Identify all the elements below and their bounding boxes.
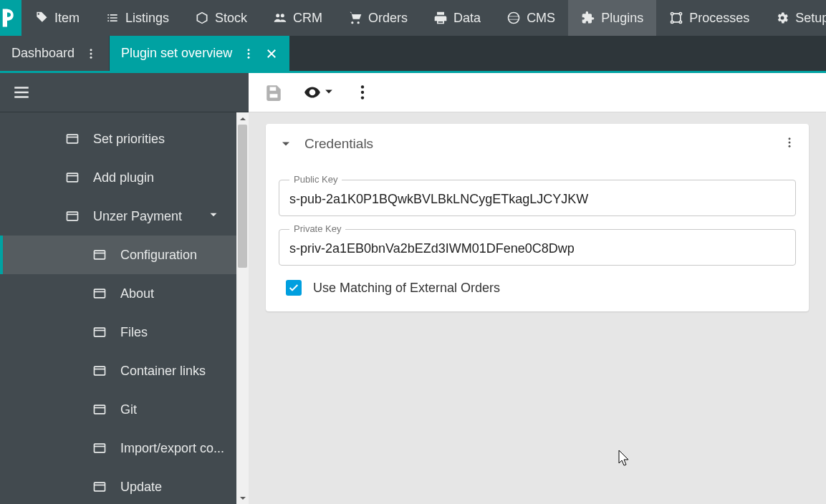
sidebar-label: Unzer Payment bbox=[93, 209, 182, 224]
nav-processes[interactable]: Processes bbox=[656, 0, 762, 36]
content-area: Credentials Public Key Private Key bbox=[249, 73, 826, 504]
nav-orders[interactable]: Orders bbox=[335, 0, 421, 36]
nav-data[interactable]: Data bbox=[421, 0, 494, 36]
svg-point-28 bbox=[361, 96, 364, 99]
tab-plugin-overview[interactable]: Plugin set overview bbox=[110, 36, 290, 71]
card-more-icon[interactable] bbox=[783, 136, 796, 152]
tab-label: Dashboard bbox=[11, 46, 75, 61]
nav-plugins[interactable]: Plugins bbox=[568, 0, 656, 36]
globe-icon bbox=[506, 11, 521, 25]
sidebar-about[interactable]: About bbox=[0, 274, 249, 313]
svg-rect-20 bbox=[95, 405, 105, 414]
private-key-field: Private Key bbox=[279, 229, 796, 266]
more-vertical-icon[interactable] bbox=[85, 47, 97, 60]
svg-rect-14 bbox=[95, 289, 105, 298]
svg-point-0 bbox=[90, 49, 92, 51]
svg-point-26 bbox=[361, 85, 364, 88]
nav-label: Listings bbox=[125, 11, 169, 26]
nav-crm[interactable]: CRM bbox=[260, 0, 335, 36]
sidebar-container-links[interactable]: Container links bbox=[0, 352, 249, 390]
nav-item[interactable]: Item bbox=[21, 0, 92, 36]
svg-point-27 bbox=[361, 91, 364, 94]
sidebar-configuration[interactable]: Configuration bbox=[0, 236, 249, 274]
svg-rect-18 bbox=[95, 367, 105, 375]
panel-icon bbox=[92, 324, 107, 340]
scrollbar-thumb[interactable] bbox=[238, 125, 247, 268]
close-icon[interactable] bbox=[265, 47, 278, 60]
sidebar-label: Configuration bbox=[120, 248, 197, 263]
svg-rect-10 bbox=[67, 212, 78, 220]
svg-point-31 bbox=[789, 145, 791, 147]
tab-bar: Dashboard Plugin set overview bbox=[0, 36, 826, 73]
panel-icon bbox=[64, 208, 80, 224]
visibility-dropdown[interactable] bbox=[303, 83, 333, 102]
field-label: Public Key bbox=[289, 174, 342, 185]
sidebar-import-export[interactable]: Import/export co... bbox=[0, 429, 249, 467]
svg-rect-16 bbox=[95, 328, 105, 336]
nav-label: CRM bbox=[293, 11, 322, 26]
svg-point-5 bbox=[248, 56, 250, 58]
checkbox-label: Use Matching of External Orders bbox=[313, 281, 500, 296]
save-button bbox=[264, 83, 283, 102]
sidebar-files[interactable]: Files bbox=[0, 313, 249, 352]
flow-icon bbox=[669, 11, 683, 25]
sidebar-label: Import/export co... bbox=[120, 441, 224, 456]
nav-label: Setup bbox=[795, 11, 826, 26]
svg-point-1 bbox=[90, 52, 92, 54]
panel-icon bbox=[92, 363, 107, 379]
chevron-down-icon bbox=[207, 208, 220, 225]
tab-dashboard[interactable]: Dashboard bbox=[0, 36, 110, 71]
nav-label: Stock bbox=[215, 11, 247, 26]
sidebar-add-plugin[interactable]: Add plugin bbox=[0, 158, 249, 197]
svg-point-29 bbox=[789, 137, 791, 140]
scroll-up-icon[interactable] bbox=[236, 112, 249, 125]
nav-label: Processes bbox=[689, 11, 749, 26]
sidebar-label: Update bbox=[120, 480, 162, 495]
cursor-icon bbox=[618, 449, 632, 466]
svg-rect-6 bbox=[67, 135, 78, 143]
nav-setup[interactable]: Setup bbox=[762, 0, 826, 36]
nav-label: CMS bbox=[527, 11, 555, 26]
panel-icon bbox=[92, 402, 107, 417]
sidebar-set-priorities[interactable]: Set priorities bbox=[0, 120, 249, 158]
box-icon bbox=[195, 11, 209, 25]
more-actions-button[interactable] bbox=[353, 83, 372, 102]
panel-icon bbox=[92, 286, 107, 301]
sidebar-scrollbar[interactable] bbox=[236, 112, 249, 504]
sidebar-label: Add plugin bbox=[93, 170, 154, 185]
field-label: Private Key bbox=[289, 223, 345, 234]
sidebar-label: Git bbox=[120, 402, 137, 417]
sidebar-label: About bbox=[120, 286, 154, 301]
tab-label: Plugin set overview bbox=[121, 46, 232, 61]
puzzle-icon bbox=[581, 11, 595, 25]
sidebar: Set priorities Add plugin Unzer Payment … bbox=[0, 73, 249, 504]
nav-label: Plugins bbox=[601, 11, 643, 26]
printer-icon bbox=[433, 11, 448, 25]
credentials-card: Credentials Public Key Private Key bbox=[266, 124, 809, 311]
nav-listings[interactable]: Listings bbox=[92, 0, 182, 36]
nav-label: Item bbox=[54, 11, 80, 26]
public-key-field: Public Key bbox=[279, 180, 796, 216]
caret-down-icon bbox=[325, 86, 333, 99]
panel-icon bbox=[64, 170, 80, 185]
match-external-orders-checkbox[interactable] bbox=[286, 280, 302, 296]
panel-icon bbox=[92, 247, 107, 263]
sidebar-unzer-payment[interactable]: Unzer Payment bbox=[0, 197, 249, 236]
logo[interactable] bbox=[0, 0, 21, 36]
sidebar-update[interactable]: Update bbox=[0, 467, 249, 504]
collapse-icon[interactable] bbox=[279, 137, 293, 151]
top-nav: Item Listings Stock CRM Orders Data CMS bbox=[0, 0, 826, 36]
nav-cms[interactable]: CMS bbox=[494, 0, 568, 36]
scroll-down-icon[interactable] bbox=[236, 492, 249, 504]
svg-rect-12 bbox=[95, 251, 105, 259]
more-vertical-icon[interactable] bbox=[242, 47, 255, 60]
sidebar-git[interactable]: Git bbox=[0, 390, 249, 429]
sidebar-label: Files bbox=[120, 325, 148, 340]
svg-point-2 bbox=[90, 56, 92, 58]
hamburger-icon[interactable] bbox=[11, 82, 32, 102]
nav-stock[interactable]: Stock bbox=[182, 0, 260, 36]
private-key-input[interactable] bbox=[279, 230, 795, 265]
panel-icon bbox=[92, 440, 107, 456]
public-key-input[interactable] bbox=[279, 180, 795, 215]
card-title: Credentials bbox=[304, 136, 772, 152]
